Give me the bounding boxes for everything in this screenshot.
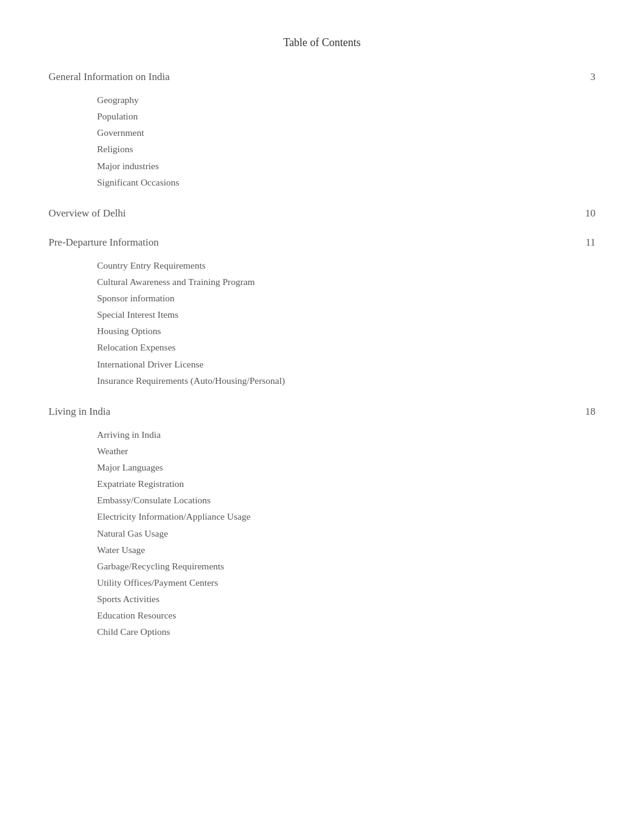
toc-sub-entry: Government: [97, 124, 595, 141]
toc-section-pre-departure: Pre-Departure Information11Country Entry…: [49, 236, 595, 389]
toc-sub-entry: Sponsor information: [97, 290, 595, 306]
toc-container: General Information on India3GeographyPo…: [49, 71, 595, 640]
toc-sub-entry: Water Usage: [97, 542, 595, 558]
toc-sub-entry: Expatriate Registration: [97, 475, 595, 492]
toc-main-entry-general-info: General Information on India3: [49, 71, 595, 83]
toc-sub-entry: Major Languages: [97, 459, 595, 475]
toc-section-overview-delhi: Overview of Delhi10: [49, 207, 595, 220]
toc-sub-entry: Garbage/Recycling Requirements: [97, 558, 595, 574]
toc-sub-entry: Electricity Information/Appliance Usage: [97, 508, 595, 525]
toc-main-label-pre-departure: Pre-Departure Information: [49, 236, 159, 249]
toc-main-label-living-india: Living in India: [49, 406, 110, 418]
toc-sub-entry: Major industries: [97, 158, 595, 174]
toc-sub-entry: Weather: [97, 443, 595, 459]
toc-main-entry-overview-delhi: Overview of Delhi10: [49, 207, 595, 220]
toc-sub-entry: Relocation Expenses: [97, 339, 595, 355]
toc-page-number-pre-departure: 11: [577, 236, 595, 249]
toc-sub-entry: Country Entry Requirements: [97, 257, 595, 273]
toc-sub-entry: Population: [97, 108, 595, 124]
toc-sub-entry: Embassy/Consulate Locations: [97, 492, 595, 508]
page-title: Table of Contents: [49, 36, 595, 49]
toc-sub-entries-pre-departure: Country Entry RequirementsCultural Aware…: [49, 257, 595, 389]
toc-sub-entry: Cultural Awareness and Training Program: [97, 273, 595, 290]
toc-page-number-living-india: 18: [577, 406, 595, 418]
toc-sub-entry: Religions: [97, 141, 595, 157]
toc-sub-entry: Utility Offices/Payment Centers: [97, 574, 595, 591]
toc-section-living-india: Living in India18Arriving in IndiaWeathe…: [49, 406, 595, 640]
toc-main-entry-living-india: Living in India18: [49, 406, 595, 418]
toc-sub-entry: Education Resources: [97, 607, 595, 623]
toc-main-label-general-info: General Information on India: [49, 71, 170, 83]
toc-main-entry-pre-departure: Pre-Departure Information11: [49, 236, 595, 249]
toc-sub-entry: International Driver License: [97, 356, 595, 372]
toc-sub-entries-general-info: GeographyPopulationGovernmentReligionsMa…: [49, 92, 595, 190]
toc-sub-entries-living-india: Arriving in IndiaWeatherMajor LanguagesE…: [49, 426, 595, 640]
toc-sub-entry: Natural Gas Usage: [97, 525, 595, 542]
toc-sub-entry: Child Care Options: [97, 623, 595, 640]
toc-sub-entry: Sports Activities: [97, 591, 595, 607]
toc-main-label-overview-delhi: Overview of Delhi: [49, 207, 126, 220]
toc-page-number-overview-delhi: 10: [577, 207, 595, 220]
toc-sub-entry: Arriving in India: [97, 426, 595, 443]
toc-page-number-general-info: 3: [577, 71, 595, 83]
toc-sub-entry: Significant Occasions: [97, 174, 595, 190]
toc-sub-entry: Special Interest Items: [97, 306, 595, 323]
toc-sub-entry: Housing Options: [97, 323, 595, 339]
toc-section-general-info: General Information on India3GeographyPo…: [49, 71, 595, 190]
toc-sub-entry: Geography: [97, 92, 595, 108]
toc-sub-entry: Insurance Requirements (Auto/Housing/Per…: [97, 372, 595, 389]
